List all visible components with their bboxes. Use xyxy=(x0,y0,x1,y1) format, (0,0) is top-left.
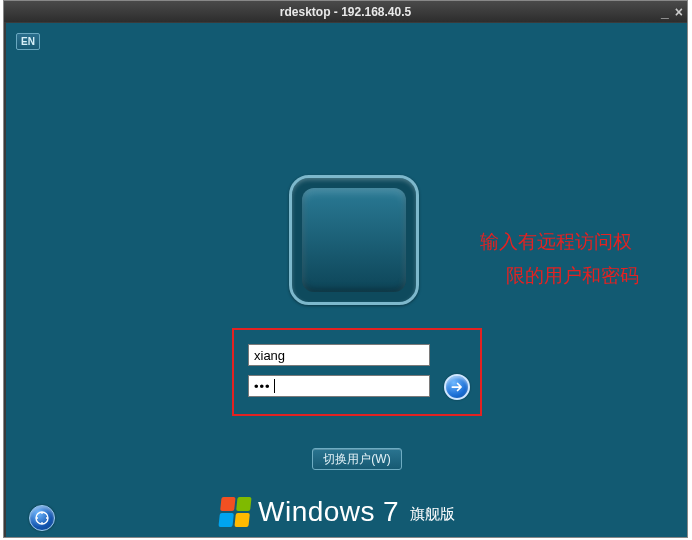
annotation-text: 输入有远程访问权 限的用户和密码 xyxy=(480,225,665,293)
brand-edition: 旗舰版 xyxy=(410,505,455,528)
user-avatar-frame xyxy=(289,175,419,305)
minimize-button[interactable]: _ xyxy=(661,4,669,20)
window-title: rdesktop - 192.168.40.5 xyxy=(280,5,411,19)
titlebar[interactable]: rdesktop - 192.168.40.5 _ × xyxy=(4,1,687,22)
arrow-right-icon xyxy=(450,380,464,394)
switch-user-label: 切换用户(W) xyxy=(323,451,390,468)
annotation-line-1: 输入有远程访问权 xyxy=(480,225,665,259)
brand-product: Windows xyxy=(258,496,375,528)
text-caret xyxy=(274,379,275,393)
os-branding: Windows7 旗舰版 xyxy=(220,496,455,528)
username-input[interactable] xyxy=(248,344,430,366)
switch-user-button[interactable]: 切换用户(W) xyxy=(312,448,402,470)
close-button[interactable]: × xyxy=(675,4,683,20)
password-input[interactable] xyxy=(248,375,430,397)
window-frame: rdesktop - 192.168.40.5 _ × EN 输入有远程访问权 … xyxy=(3,0,688,538)
windows-logo-icon xyxy=(218,497,251,527)
language-indicator-label: EN xyxy=(21,36,35,47)
user-avatar-placeholder xyxy=(302,188,406,292)
annotation-line-2: 限的用户和密码 xyxy=(480,259,665,293)
window-controls: _ × xyxy=(661,1,683,22)
submit-login-button[interactable] xyxy=(444,374,470,400)
ease-of-access-button[interactable] xyxy=(29,505,55,531)
annotation-highlight-box xyxy=(232,328,482,416)
brand-version: 7 xyxy=(383,496,399,528)
accessibility-icon xyxy=(34,510,50,526)
remote-desktop-viewport: EN 输入有远程访问权 限的用户和密码 切换用户(W) xyxy=(6,23,687,537)
language-indicator[interactable]: EN xyxy=(16,33,40,50)
